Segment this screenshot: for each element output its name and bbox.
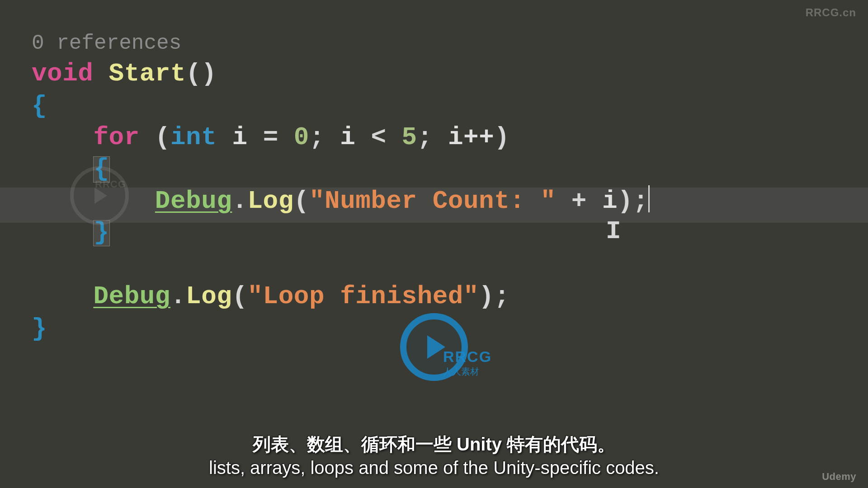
identifier-i: i (602, 187, 618, 216)
string-number-count: "Number Count: " (309, 187, 556, 216)
brace-close: } (32, 314, 47, 343)
identifier-i: i (340, 123, 355, 152)
method-log: Log (186, 282, 232, 311)
keyword-int: int (170, 123, 217, 152)
semicolon: ; (633, 187, 648, 216)
class-debug: Debug (155, 187, 232, 216)
paren-open: ( (232, 282, 247, 311)
code-line-current[interactable]: Debug.Log("Number Count: " + i); (0, 185, 868, 217)
paren-open: ( (294, 187, 309, 216)
keyword-void: void (32, 59, 93, 88)
code-line: for (int i = 0; i < 5; i++) (0, 122, 868, 154)
dot: . (232, 187, 247, 216)
watermark-center-big: RRCG (443, 348, 492, 366)
operator-assign: = (263, 123, 278, 152)
keyword-for: for (93, 123, 139, 152)
function-name-start: Start (109, 59, 186, 88)
watermark-faint-circle-icon (70, 166, 129, 225)
paren-close: ) (618, 187, 633, 216)
subtitle-area: 列表、数组、循环和一些 Unity 特有的代码。 lists, arrays, … (0, 432, 868, 478)
dot: . (170, 282, 186, 311)
semicolon: ; (494, 282, 509, 311)
code-line: { (0, 154, 868, 186)
code-line: } (0, 217, 868, 249)
watermark-center-text: RRCG 人人素材 (443, 348, 492, 378)
string-loop-finished: "Loop finished" (248, 282, 479, 311)
number-zero: 0 (294, 123, 309, 152)
paren-open: ( (155, 123, 170, 152)
play-arrow-icon (427, 335, 445, 359)
number-five: 5 (402, 123, 417, 152)
subtitle-chinese: 列表、数组、循环和一些 Unity 特有的代码。 (0, 432, 868, 457)
subtitle-english: lists, arrays, loops and some of the Uni… (0, 458, 868, 478)
operator-lt: < (371, 123, 386, 152)
paren-open: ( (186, 59, 201, 88)
brace-open: { (32, 91, 47, 120)
code-line: Debug.Log("Loop finished"); (0, 281, 868, 313)
blank-line (0, 249, 868, 281)
watermark-faint-text: RRCG (95, 178, 126, 190)
paren-close: ) (201, 59, 217, 88)
class-debug: Debug (93, 282, 170, 311)
code-editor: 0 references void Start() { for (int i =… (0, 0, 868, 488)
watermark-center-small: 人人素材 (443, 366, 492, 378)
semicolon: ; (309, 123, 325, 152)
watermark-top-right: RRCG.cn (806, 6, 856, 19)
paren-close: ) (494, 123, 509, 152)
code-line: void Start() (0, 58, 868, 90)
codelens-references[interactable]: 0 references (0, 32, 868, 55)
operator-plus: + (571, 187, 587, 216)
mouse-ibeam-icon: I (606, 217, 621, 246)
identifier-increment: i++ (448, 123, 494, 152)
watermark-bottom-right: Udemy (822, 471, 856, 483)
method-log: Log (247, 187, 293, 216)
semicolon: ; (417, 123, 433, 152)
identifier-i: i (232, 123, 247, 152)
code-line: { (0, 90, 868, 122)
paren-close: ) (479, 282, 494, 311)
text-caret (648, 185, 650, 212)
